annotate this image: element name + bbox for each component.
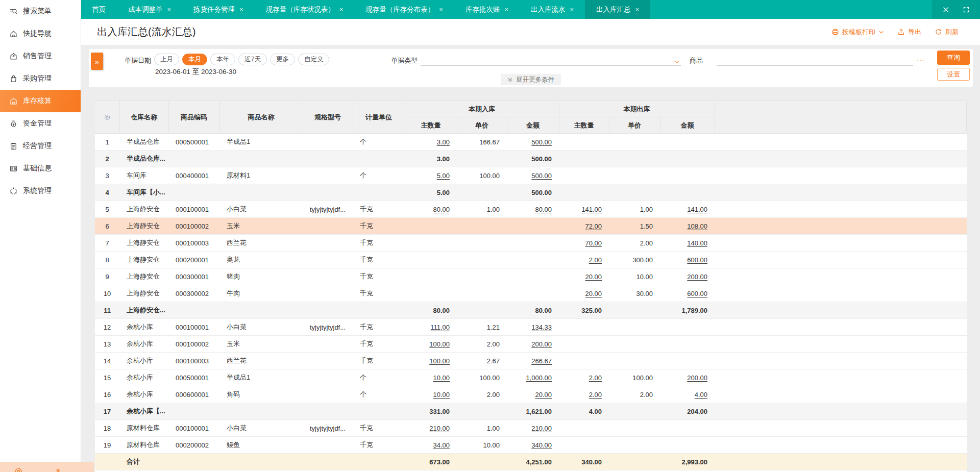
- table-row[interactable]: 9上海静安仓000300001猪肉千克20.0010.00200.00: [95, 268, 967, 285]
- chart-icon[interactable]: [50, 466, 60, 472]
- tab[interactable]: 拣货任务管理×: [182, 0, 255, 19]
- tab-close-icon[interactable]: ×: [635, 6, 640, 13]
- sidebar-item[interactable]: 基础信息: [0, 157, 81, 180]
- cell-in-qty-link[interactable]: 100.00: [429, 340, 450, 348]
- tab[interactable]: 现存量（库存分布表）×: [354, 0, 454, 19]
- cell-in-amount-link[interactable]: 266.67: [531, 357, 552, 365]
- table-row[interactable]: 16余杭小库000600001角码个10.002.0020.002.002.00…: [95, 386, 967, 403]
- tab-close-icon[interactable]: ×: [570, 6, 574, 13]
- table-row[interactable]: 7上海静安仓000100003西兰花千克70.002.00140.00: [95, 235, 967, 252]
- sidebar-item[interactable]: 销售管理: [0, 45, 81, 67]
- tab[interactable]: 首页: [81, 0, 117, 19]
- tab[interactable]: 成本调整单×: [117, 0, 182, 19]
- doc-type-select[interactable]: [421, 53, 681, 66]
- print-by-template-button[interactable]: 按模板打印: [831, 28, 884, 37]
- cell-in-amount-link[interactable]: 1,000.00: [526, 374, 552, 382]
- cell-in-qty-link[interactable]: 80.00: [433, 206, 450, 213]
- col-header-out-amount[interactable]: 金额: [660, 117, 715, 134]
- subtotal-row[interactable]: 2半成品仓库...3.00500.00: [95, 151, 967, 167]
- table-row[interactable]: 18原材料仓库000100001小白菜tyjyjtyjtyjdf...千克210…: [95, 420, 967, 437]
- cell-out-amount-link[interactable]: 108.00: [687, 222, 707, 230]
- cell-in-amount-link[interactable]: 210.00: [531, 425, 552, 432]
- cell-out-amount-link[interactable]: 200.00: [687, 374, 707, 382]
- tab[interactable]: 出入库流水×: [520, 0, 585, 19]
- col-header-in-amount[interactable]: 金额: [507, 117, 559, 134]
- cell-in-amount-link[interactable]: 20.00: [535, 391, 552, 399]
- cell-in-amount-link[interactable]: 80.00: [535, 206, 552, 213]
- cell-out-amount-link[interactable]: 600.00: [687, 256, 707, 264]
- cell-out-qty-link[interactable]: 20.00: [585, 273, 602, 281]
- cell-out-qty-link[interactable]: 2.00: [589, 391, 602, 399]
- table-row[interactable]: 12余杭小库000100001小白菜tyjyjtyjtyjdf...千克111.…: [95, 319, 967, 336]
- tab-close-icon[interactable]: ×: [439, 6, 443, 13]
- total-row[interactable]: 合计673.004,251.00340.002,993.00: [95, 454, 967, 470]
- table-row[interactable]: 15余杭小库000500001半成品1个10.00100.001,000.002…: [95, 369, 967, 386]
- date-option-pill[interactable]: 更多: [270, 54, 295, 65]
- table-row[interactable]: 1半成品仓库000500001半成品1个3.00166.67500.00: [95, 134, 967, 151]
- col-header-in-qty[interactable]: 主数量: [405, 117, 457, 134]
- table-row[interactable]: 5上海静安仓000100001小白菜tyjyjtyjtyjdf...千克80.0…: [95, 201, 967, 218]
- table-row[interactable]: 3车间库000400001原材料1个5.00100.00500.00: [95, 167, 967, 184]
- cell-out-qty-link[interactable]: 70.00: [585, 239, 602, 247]
- col-header-warehouse[interactable]: 仓库名称: [119, 101, 168, 134]
- cell-in-qty-link[interactable]: 10.00: [433, 391, 450, 399]
- col-header-in-price[interactable]: 单价: [457, 117, 507, 134]
- date-option-pill[interactable]: 本月: [182, 54, 207, 65]
- collapse-filters-button[interactable]: »: [91, 53, 103, 70]
- maximize-window-icon[interactable]: [963, 6, 970, 13]
- cell-out-qty-link[interactable]: 20.00: [585, 290, 602, 297]
- col-header-unit[interactable]: 计量单位: [353, 101, 405, 134]
- cell-out-amount-link[interactable]: 200.00: [687, 273, 707, 281]
- table-row[interactable]: 8上海静安仓000200001奥龙千克2.00300.00600.00: [95, 252, 967, 268]
- sidebar-item[interactable]: 系统管理: [0, 180, 81, 202]
- cell-out-qty-link[interactable]: 141.00: [581, 206, 602, 213]
- cell-in-amount-link[interactable]: 134.33: [531, 324, 552, 331]
- tab[interactable]: 库存批次账×: [454, 0, 520, 19]
- search-button[interactable]: 查询: [937, 51, 970, 65]
- cell-in-qty-link[interactable]: 5.00: [437, 172, 450, 180]
- expand-more-button[interactable]: 展开更多条件: [501, 74, 561, 85]
- tab-close-icon[interactable]: ×: [167, 6, 172, 13]
- gear-icon[interactable]: [13, 466, 23, 472]
- product-field[interactable]: [717, 53, 913, 66]
- cell-out-amount-link[interactable]: 140.00: [687, 239, 707, 247]
- cell-in-qty-link[interactable]: 10.00: [433, 374, 450, 382]
- subtotal-row[interactable]: 17余杭小库【...331.001,621.004.00204.00: [95, 403, 967, 420]
- col-header-product-name[interactable]: 商品名称: [219, 101, 303, 134]
- cell-in-qty-link[interactable]: 34.00: [433, 441, 450, 449]
- tab-close-icon[interactable]: ×: [504, 6, 508, 13]
- table-row[interactable]: 14余杭小库000100003西兰花千克100.002.67266.67: [95, 353, 967, 369]
- col-header-product-code[interactable]: 商品编码: [168, 101, 219, 134]
- sidebar-item[interactable]: 库存核算: [0, 90, 81, 112]
- export-button[interactable]: 导出: [897, 28, 921, 37]
- sidebar-item[interactable]: 搜索菜单: [0, 0, 81, 22]
- col-header-out-qty[interactable]: 主数量: [559, 117, 609, 134]
- col-header-spec[interactable]: 规格型号: [303, 101, 353, 134]
- cell-in-qty-link[interactable]: 210.00: [429, 425, 450, 432]
- cell-in-amount-link[interactable]: 500.00: [531, 138, 552, 146]
- table-row[interactable]: 13余杭小库000100002玉米千克100.002.00200.00: [95, 336, 967, 353]
- cell-in-qty-link[interactable]: 100.00: [429, 357, 450, 365]
- sidebar-item[interactable]: 采购管理: [0, 67, 81, 90]
- tab-close-icon[interactable]: ×: [339, 6, 344, 13]
- cell-in-qty-link[interactable]: 3.00: [437, 138, 450, 146]
- cell-out-qty-link[interactable]: 72.00: [585, 222, 602, 230]
- sidebar-item[interactable]: 快捷导航: [0, 22, 81, 45]
- subtotal-row[interactable]: 11上海静安仓...80.0080.00325.001,789.00: [95, 302, 967, 319]
- date-option-pill[interactable]: 上月: [154, 54, 179, 65]
- cell-in-qty-link[interactable]: 111.00: [430, 324, 450, 331]
- cell-in-amount-link[interactable]: 200.00: [531, 340, 552, 348]
- cell-out-amount-link[interactable]: 4.00: [695, 391, 707, 399]
- date-option-pill[interactable]: 自定义: [298, 54, 330, 65]
- table-row[interactable]: 19原材料仓库000200002鳗鱼千克34.0010.00340.00: [95, 437, 967, 454]
- sidebar-item[interactable]: 资金管理: [0, 112, 81, 135]
- cell-out-qty-link[interactable]: 2.00: [589, 374, 602, 382]
- cell-in-amount-link[interactable]: 340.00: [531, 441, 552, 449]
- product-picker-ellipsis-button[interactable]: ...: [917, 54, 925, 63]
- cell-in-amount-link[interactable]: 500.00: [531, 172, 552, 180]
- sidebar-item[interactable]: 经营管理: [0, 135, 81, 157]
- date-option-pill[interactable]: 近7天: [238, 54, 267, 65]
- subtotal-row[interactable]: 4车间库【小...5.00500.00: [95, 184, 967, 201]
- column-settings-header[interactable]: [95, 101, 119, 134]
- cell-out-qty-link[interactable]: 2.00: [589, 256, 602, 264]
